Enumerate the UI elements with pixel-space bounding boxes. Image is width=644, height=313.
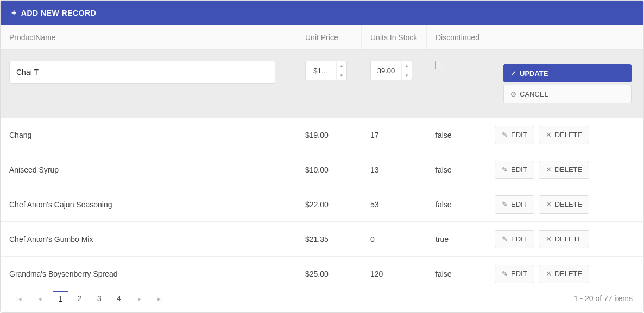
pager-next-icon[interactable]: ▸ <box>132 291 147 306</box>
cell-discontinued: false <box>427 158 489 182</box>
product-name-input[interactable] <box>9 61 275 84</box>
pager-first-icon[interactable]: |◂ <box>11 291 27 306</box>
grid-body: ▲ ▼ ▲ ▼ ✓ <box>1 50 643 284</box>
edit-button-label: EDIT <box>511 165 527 174</box>
delete-button[interactable]: ✕DELETE <box>539 126 590 144</box>
cell-unit-price: $25.00 <box>296 262 362 284</box>
table-row: Chang$19.0017false✎EDIT✕DELETE <box>1 118 643 152</box>
delete-button-label: DELETE <box>555 270 583 278</box>
chevron-down-icon[interactable]: ▼ <box>402 71 412 80</box>
table-row: Chef Anton's Cajun Seasoning$22.0053fals… <box>1 187 643 222</box>
units-in-stock-spinners[interactable]: ▲ ▼ <box>401 61 412 80</box>
pencil-icon: ✎ <box>502 131 508 139</box>
close-icon: ✕ <box>546 131 552 139</box>
plus-icon: + <box>11 8 17 18</box>
edit-button[interactable]: ✎EDIT <box>495 230 534 248</box>
close-icon: ✕ <box>546 200 552 208</box>
product-grid: + ADD NEW RECORD ProductName Unit Price … <box>0 0 644 313</box>
close-icon: ✕ <box>546 270 552 278</box>
cell-unit-price: $22.00 <box>296 193 362 216</box>
pager-prev-icon[interactable]: ◂ <box>32 291 47 306</box>
cancel-button-label: CANCEL <box>520 90 548 98</box>
add-new-record-button[interactable]: ADD NEW RECORD <box>21 9 96 17</box>
pencil-icon: ✎ <box>502 235 508 243</box>
edit-button[interactable]: ✎EDIT <box>495 265 534 283</box>
cell-units-in-stock: 0 <box>362 227 427 251</box>
delete-button-label: DELETE <box>555 200 583 208</box>
cancel-button[interactable]: ⊘ CANCEL <box>503 85 632 103</box>
unit-price-input[interactable] <box>306 66 336 75</box>
cell-product-name: Chef Anton's Gumbo Mix <box>1 227 296 251</box>
update-button-label: UPDATE <box>520 69 548 78</box>
edit-button-label: EDIT <box>511 131 527 139</box>
edit-button[interactable]: ✎EDIT <box>495 195 534 214</box>
chevron-down-icon[interactable]: ▼ <box>337 71 346 80</box>
pager-last-icon[interactable]: ▸| <box>153 291 168 306</box>
header-units-in-stock[interactable]: Units In Stock <box>362 25 427 49</box>
unit-price-spinners[interactable]: ▲ ▼ <box>336 61 346 80</box>
cell-product-name: Chef Anton's Cajun Seasoning <box>1 193 296 216</box>
delete-button[interactable]: ✕DELETE <box>539 230 590 248</box>
cell-commands: ✎EDIT✕DELETE <box>489 118 643 152</box>
pager-summary: 1 - 20 of 77 items <box>574 294 633 303</box>
grid-header-row: ProductName Unit Price Units In Stock Di… <box>1 25 643 50</box>
delete-button[interactable]: ✕DELETE <box>539 161 590 179</box>
delete-button[interactable]: ✕DELETE <box>539 195 590 214</box>
cell-units-in-stock: 53 <box>362 193 427 216</box>
header-unit-price[interactable]: Unit Price <box>296 25 362 49</box>
cell-commands: ✎EDIT✕DELETE <box>489 188 643 221</box>
delete-button-label: DELETE <box>555 131 583 139</box>
units-in-stock-input[interactable] <box>371 66 401 75</box>
close-icon: ✕ <box>546 235 552 243</box>
table-row: Chef Anton's Gumbo Mix$21.350true✎EDIT✕D… <box>1 222 643 257</box>
cell-product-name: Chang <box>1 123 296 147</box>
cell-discontinued: false <box>427 193 489 216</box>
table-row: Aniseed Syrup$10.0013false✎EDIT✕DELETE <box>1 152 643 187</box>
chevron-up-icon[interactable]: ▲ <box>337 61 346 71</box>
edit-button[interactable]: ✎EDIT <box>495 126 534 144</box>
pencil-icon: ✎ <box>502 165 508 174</box>
chevron-up-icon[interactable]: ▲ <box>402 61 412 71</box>
cell-unit-price: $21.35 <box>296 227 362 251</box>
header-commands <box>489 25 643 49</box>
pager-page-2[interactable]: 2 <box>72 291 87 306</box>
delete-button-label: DELETE <box>555 235 583 243</box>
cell-commands: ✎EDIT✕DELETE <box>489 153 643 187</box>
delete-button[interactable]: ✕DELETE <box>539 265 590 283</box>
pager-page-3[interactable]: 3 <box>92 291 107 306</box>
pencil-icon: ✎ <box>502 270 508 278</box>
cell-commands: ✎EDIT✕DELETE <box>489 222 643 256</box>
header-discontinued[interactable]: Discontinued <box>427 25 489 49</box>
edit-row: ▲ ▼ ▲ ▼ ✓ <box>1 50 643 118</box>
delete-button-label: DELETE <box>555 165 583 174</box>
edit-button-label: EDIT <box>511 270 527 278</box>
table-row: Grandma's Boysenberry Spread$25.00120fal… <box>1 257 643 284</box>
cell-units-in-stock: 13 <box>362 158 427 182</box>
pager-page-4[interactable]: 4 <box>111 291 127 306</box>
cell-unit-price: $10.00 <box>296 158 362 182</box>
units-in-stock-numeric[interactable]: ▲ ▼ <box>370 61 412 80</box>
cell-product-name: Grandma's Boysenberry Spread <box>1 262 296 284</box>
cell-discontinued: true <box>427 227 489 251</box>
cell-commands: ✎EDIT✕DELETE <box>489 257 643 284</box>
header-product-name[interactable]: ProductName <box>1 25 296 49</box>
cell-units-in-stock: 17 <box>362 123 427 147</box>
grid-pager: |◂ ◂ 1234 ▸ ▸| 1 - 20 of 77 items <box>1 284 643 312</box>
cell-unit-price: $19.00 <box>296 123 362 147</box>
cell-product-name: Aniseed Syrup <box>1 158 296 182</box>
discontinued-checkbox[interactable] <box>435 61 444 69</box>
cell-discontinued: false <box>427 262 489 284</box>
edit-button-label: EDIT <box>511 200 527 208</box>
cell-units-in-stock: 120 <box>362 262 427 284</box>
close-icon: ✕ <box>546 165 552 174</box>
update-button[interactable]: ✓ UPDATE <box>503 64 632 82</box>
edit-button[interactable]: ✎EDIT <box>495 161 534 179</box>
cancel-icon: ⊘ <box>510 90 516 98</box>
cell-discontinued: false <box>427 123 489 147</box>
edit-button-label: EDIT <box>511 235 527 243</box>
grid-toolbar: + ADD NEW RECORD <box>1 1 643 25</box>
check-icon: ✓ <box>510 69 516 78</box>
pager-page-1[interactable]: 1 <box>53 291 68 306</box>
pencil-icon: ✎ <box>502 200 508 208</box>
unit-price-numeric[interactable]: ▲ ▼ <box>305 61 347 80</box>
